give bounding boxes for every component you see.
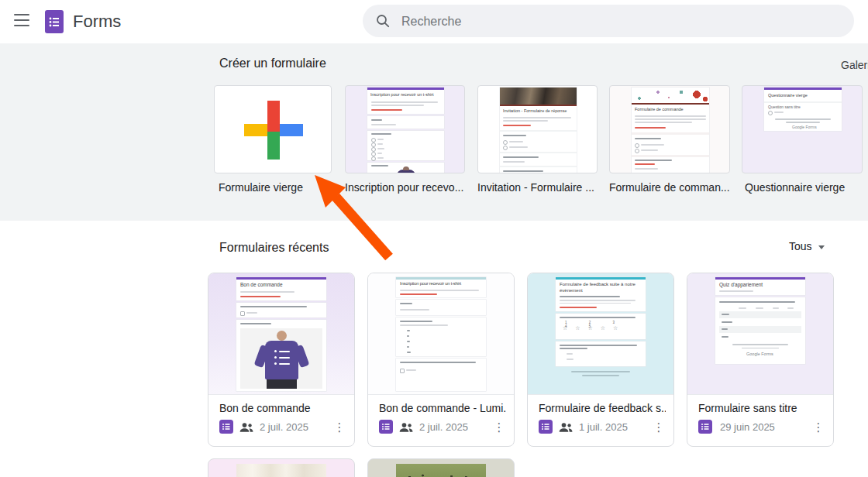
more-options-icon[interactable]: ⋮ xyxy=(811,420,825,435)
hamburger-menu-icon[interactable] xyxy=(12,14,31,29)
form-meta-row: 2 juil. 2025 ⋮ xyxy=(379,419,506,436)
recent-section-title: Formulaires récents xyxy=(219,241,329,255)
form-meta-row: 2 juil. 2025 ⋮ xyxy=(219,419,346,436)
template-label-inscription[interactable]: Inscription pour recevo... xyxy=(345,181,465,194)
more-options-icon[interactable]: ⋮ xyxy=(652,420,666,435)
recent-form-card-sans-titre[interactable]: Quiz d'appariement Google Forms Form xyxy=(687,273,834,447)
recent-form-card-bon-de-commande-lumi[interactable]: Inscription pour recevoir un t-shirt xyxy=(367,273,515,447)
form-thumbnail xyxy=(396,464,486,477)
template-label-commande[interactable]: Formulaire de comman... xyxy=(609,181,730,194)
form-title: Formulaire de feedback s... xyxy=(539,402,666,414)
template-label-questionnaire[interactable]: Questionnaire vierge xyxy=(745,181,863,194)
template-card-questionnaire[interactable]: Questionnaire vierge Question sans titre… xyxy=(742,85,863,173)
shared-people-icon xyxy=(239,422,254,433)
form-thumbnail xyxy=(236,464,326,477)
form-thumbnail: Quiz d'appariement Google Forms xyxy=(687,273,833,395)
template-label-blank[interactable]: Formulaire vierge xyxy=(219,181,329,194)
more-options-icon[interactable]: ⋮ xyxy=(332,420,346,435)
shared-people-icon xyxy=(558,422,574,433)
forms-file-icon xyxy=(219,420,233,434)
form-title: Bon de commande xyxy=(219,402,346,414)
search-bar[interactable] xyxy=(363,5,854,37)
recent-form-card-bon-de-commande[interactable]: Bon de commande xyxy=(208,273,355,447)
chevron-down-icon xyxy=(818,245,825,249)
filter-label: Tous xyxy=(789,240,812,252)
shared-people-icon xyxy=(398,422,414,433)
template-gallery-link[interactable]: Galerie xyxy=(841,59,868,71)
forms-file-icon xyxy=(698,420,712,434)
form-date: 1 juil. 2025 xyxy=(579,421,628,433)
form-date: 2 juil. 2025 xyxy=(260,421,308,433)
template-card-commande[interactable]: Formulaire de commande xyxy=(609,85,730,173)
template-label-invitation[interactable]: Invitation - Formulaire ... xyxy=(477,181,598,194)
form-thumbnail: Inscription pour recevoir un t-shirt xyxy=(368,273,514,395)
form-date: 2 juil. 2025 xyxy=(419,421,468,433)
app-header: Forms xyxy=(0,0,868,43)
recent-form-card-partial-1[interactable] xyxy=(208,458,355,477)
recent-form-card-feedback[interactable]: Formulaire de feedback suite à notre évè… xyxy=(527,273,674,447)
template-card-invitation[interactable]: Invitation - Formulaire de réponse xyxy=(477,85,598,173)
search-input[interactable] xyxy=(400,5,837,39)
form-thumbnail: Formulaire de feedback suite à notre évè… xyxy=(528,273,673,395)
forms-file-icon xyxy=(379,420,393,434)
filter-dropdown[interactable]: Tous xyxy=(789,240,825,252)
plus-icon xyxy=(244,101,303,160)
app-title: Forms xyxy=(73,0,121,43)
template-card-blank-form[interactable] xyxy=(214,85,332,173)
form-meta-row: 29 juin 2025 ⋮ xyxy=(698,419,825,436)
gallery-section-title: Créer un formulaire xyxy=(219,57,326,70)
form-date: 29 juin 2025 xyxy=(720,421,775,433)
form-title: Formulaire sans titre xyxy=(698,402,825,414)
template-gallery-section: Créer un formulaire Galerie Formulaire v… xyxy=(0,43,868,221)
more-options-icon[interactable]: ⋮ xyxy=(492,420,506,435)
search-icon xyxy=(376,14,390,28)
form-title: Bon de commande - Lumi... xyxy=(379,402,506,414)
forms-logo-icon[interactable] xyxy=(45,10,64,33)
forms-home-page: Forms Créer un formulaire Galerie Formul… xyxy=(0,0,868,477)
template-card-inscription[interactable]: Inscription pour recevoir un t-shirt xyxy=(345,85,465,173)
form-meta-row: 1 juil. 2025 ⋮ xyxy=(539,419,666,436)
forms-file-icon xyxy=(539,420,553,434)
form-thumbnail: Bon de commande xyxy=(208,273,354,395)
recent-form-card-partial-2[interactable] xyxy=(367,458,515,477)
